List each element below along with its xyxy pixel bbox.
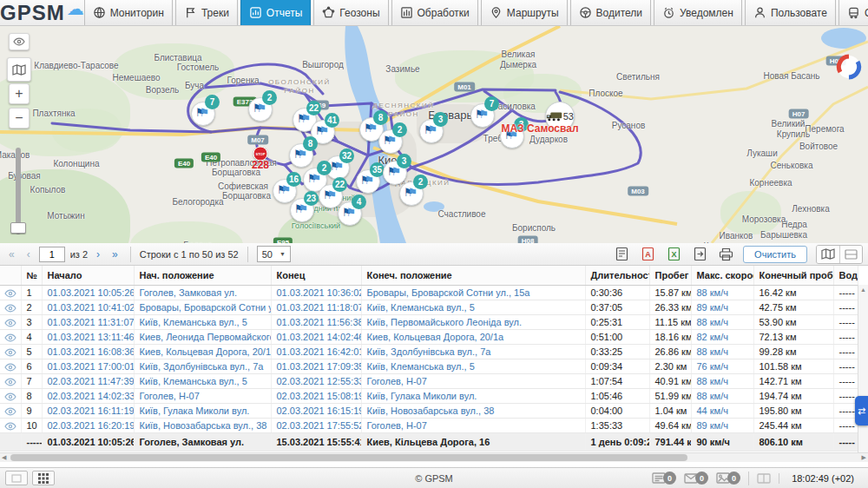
cluster-marker[interactable]: ⚑⚑ 4 [338, 201, 362, 226]
cluster-marker[interactable]: ⚑⚑ 3 [419, 119, 444, 143]
cell-end-location[interactable]: Київ, Здолбунівська вул., 7а [361, 344, 585, 359]
column-header[interactable]: Нач. положение [134, 266, 271, 285]
cell-start-time[interactable]: 01.03.2021 10:05:26 [42, 285, 134, 300]
cell-start-time[interactable]: 01.03.2021 17:00:01 [42, 359, 134, 373]
cell-max-speed[interactable]: 89 км/ч [691, 418, 753, 432]
zoom-out-button[interactable]: − [9, 108, 30, 129]
tab-processing[interactable]: Обработки [391, 0, 478, 25]
remote-support-floater[interactable]: ⇄ [855, 396, 868, 425]
tab-geofences[interactable]: Геозоны [313, 0, 388, 25]
cell-end-time[interactable]: 02.03.2021 17:55:52 [271, 418, 361, 432]
cell-end-location[interactable]: Київ, Новозабарська вул., 38 [361, 403, 585, 418]
show-on-map-button[interactable] [0, 314, 21, 329]
column-header[interactable]: Начало [42, 266, 134, 285]
cluster-marker[interactable]: ⚑⚑ 7 [470, 103, 495, 128]
cell-end-location[interactable]: Гоголев, Н-07 [361, 373, 585, 388]
cell-end-location[interactable]: Київ, Гулака Миколи вул. [361, 388, 585, 403]
tab-routes[interactable]: Маршруты [481, 0, 568, 25]
cell-end-location[interactable]: Київ, Клеманська вул., 5 [361, 300, 585, 314]
page-size-select[interactable]: 50 ▼ [257, 246, 291, 262]
tab-monitoring[interactable]: Мониторин [84, 0, 173, 25]
print-button[interactable] [717, 247, 734, 262]
cell-start-location[interactable]: Гоголев, Н-07 [134, 388, 271, 403]
cell-start-location[interactable]: Киев, Кольцевая Дорога, 20/1а [134, 344, 271, 359]
cell-start-time[interactable]: 02.03.2021 11:47:39 [42, 373, 134, 388]
cell-end-time[interactable]: 02.03.2021 16:15:19 [271, 403, 361, 418]
cell-start-location[interactable]: Київ, Клеманська вул., 5 [134, 373, 271, 388]
cell-max-speed[interactable]: 44 км/ч [691, 403, 753, 418]
trip-row[interactable]: 10 02.03.2021 16:20:19 Київ, Новозабарсь… [0, 418, 858, 432]
show-on-map-button[interactable] [0, 388, 21, 403]
tab-tracks[interactable]: Треки [175, 0, 238, 25]
export-pdf-button[interactable]: A [639, 247, 656, 262]
cell-max-speed[interactable]: 82 км/ч [691, 329, 753, 344]
cell-end-time[interactable]: 01.03.2021 11:18:07 [271, 300, 361, 314]
cell-start-location[interactable]: Київ, Новозабарська вул., 38 [134, 418, 271, 432]
cell-start-location[interactable]: Київ, Гулака Миколи вул. [134, 403, 271, 418]
trip-row[interactable]: 5 01.03.2021 16:08:36 Киев, Кольцевая До… [0, 344, 858, 359]
column-header[interactable]: Конеч. положение [361, 266, 585, 285]
first-page-button[interactable]: « [5, 248, 18, 260]
column-header[interactable]: Пробег [649, 266, 691, 285]
cell-start-time[interactable]: 02.03.2021 16:11:19 [42, 403, 134, 418]
column-header[interactable]: Конец [271, 266, 361, 285]
cell-start-location[interactable]: Київ, Клеманська вул., 5 [134, 314, 271, 329]
cell-end-location[interactable]: Київ, Клеманська вул., 5 [361, 359, 585, 373]
cell-end-time[interactable]: 02.03.2021 15:08:19 [271, 388, 361, 403]
map-canvas[interactable]: Клавдиево-ТарасовеБлиставицаГостомельНем… [0, 26, 868, 243]
cell-max-speed[interactable]: 89 км/ч [691, 300, 753, 314]
cluster-marker[interactable]: ⚑⚑ 35 [356, 169, 380, 194]
cell-end-location[interactable]: Киев, Кольцевая Дорога, 20/1а [361, 329, 585, 344]
column-header[interactable]: Макс. скорость [691, 266, 753, 285]
cell-max-speed[interactable]: 88 км/ч [691, 285, 753, 300]
show-on-map-button[interactable] [0, 300, 21, 314]
cell-start-time[interactable]: 02.03.2021 14:02:33 [42, 388, 134, 403]
cluster-marker[interactable]: ⚑⚑ 22 [319, 184, 343, 208]
cell-start-location[interactable]: Киев, Леонида Первомайского ул., 6 [134, 329, 271, 344]
column-header[interactable]: Конечный пробег [753, 266, 833, 285]
cell-end-location[interactable]: Бровары, Броварской Сотни ул., 15а [361, 285, 585, 300]
map-view-button[interactable] [817, 246, 839, 263]
clear-button[interactable]: Очистить [743, 246, 807, 263]
zoom-in-button[interactable]: + [9, 83, 30, 104]
cell-end-time[interactable]: 01.03.2021 14:02:46 [271, 329, 361, 344]
zoom-slider-track[interactable] [16, 148, 21, 234]
cell-end-location[interactable]: Київ, Первомайського Леоніда вул. [361, 314, 585, 329]
export-file-button[interactable] [691, 247, 708, 262]
layout-icon[interactable] [757, 473, 771, 484]
grid-toggle-button[interactable] [32, 471, 55, 485]
tab-reports[interactable]: Отчеты [240, 0, 311, 25]
scrollbar-thumb[interactable] [10, 454, 687, 461]
cell-end-time[interactable]: 01.03.2021 10:36:02 [271, 285, 361, 300]
export-excel-button[interactable]: X [665, 247, 682, 262]
page-number-input[interactable] [39, 247, 65, 262]
app-logo[interactable]: GPSM ☁ [0, 0, 84, 25]
horizontal-scrollbar[interactable]: ◀ ▶ [0, 452, 868, 462]
visibility-button[interactable] [9, 33, 30, 50]
trip-row[interactable]: 8 02.03.2021 14:02:33 Гоголев, Н-07 02.0… [0, 388, 858, 403]
tab-objects[interactable]: Объекты [838, 0, 868, 25]
trip-row[interactable]: 6 01.03.2021 17:00:01 Київ, Здолбунівськ… [0, 359, 858, 373]
messages-counter[interactable]: 0 [684, 472, 708, 485]
compass-icon[interactable] [835, 53, 863, 81]
tab-users[interactable]: Пользовате [745, 0, 836, 25]
cluster-marker[interactable]: ⚑⚑ 7 [191, 102, 215, 126]
cell-end-location[interactable]: Гоголев, Н-07 [361, 418, 585, 432]
trip-row[interactable]: 4 01.03.2021 13:11:46 Киев, Леонида Перв… [0, 329, 858, 344]
trip-row[interactable]: 3 01.03.2021 11:31:07 Київ, Клеманська в… [0, 314, 858, 329]
cell-max-speed[interactable]: 88 км/ч [691, 388, 753, 403]
next-page-button[interactable]: › [93, 248, 103, 260]
cluster-marker[interactable]: ⚑⚑ 2 [399, 181, 424, 206]
column-header[interactable]: № [21, 266, 42, 285]
vertical-scrollbar[interactable]: ▲ ▼ [858, 285, 868, 460]
column-header[interactable]: Длительность [585, 266, 649, 285]
trip-row[interactable]: 7 02.03.2021 11:47:39 Київ, Клеманська в… [0, 373, 858, 388]
cell-start-location[interactable]: Київ, Здолбунівська вул., 7а [134, 359, 271, 373]
last-page-button[interactable]: » [108, 248, 122, 260]
media-counter[interactable]: 0 [716, 472, 740, 485]
trip-row[interactable]: 9 02.03.2021 16:11:19 Київ, Гулака Микол… [0, 403, 858, 418]
report-settings-button[interactable] [613, 247, 630, 262]
cluster-marker[interactable]: ⚑⚑ 16 [273, 179, 297, 203]
cell-start-time[interactable]: 02.03.2021 16:20:19 [42, 418, 134, 432]
show-on-map-button[interactable] [0, 373, 21, 388]
